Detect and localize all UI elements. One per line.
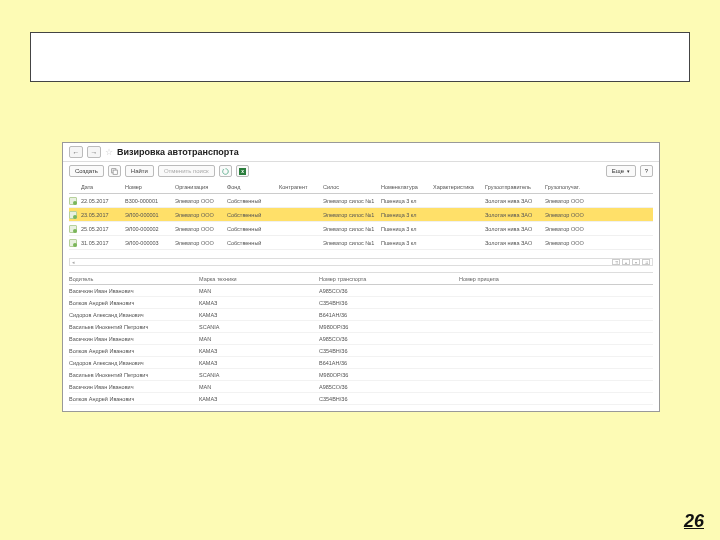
cell-vehicle: КАМАЗ (199, 300, 319, 306)
document-icon (69, 197, 77, 205)
col-trailer[interactable]: Номер прицепа (459, 276, 653, 282)
cell-fund: Собственный (227, 240, 277, 246)
cell-vehicle: MAN (199, 336, 319, 342)
svg-text:x: x (241, 169, 244, 174)
help-button[interactable]: ? (640, 165, 653, 177)
cell-fund: Собственный (227, 198, 277, 204)
copy-icon (111, 168, 118, 175)
nav-back-button[interactable]: ← (69, 146, 83, 158)
cell-plate: А985СО/36 (319, 384, 459, 390)
cell-org: Элеватор ООО (175, 198, 225, 204)
col-vehicle[interactable]: Марка техники (199, 276, 319, 282)
cell-plate: А985СО/36 (319, 288, 459, 294)
titlebar: ← → ☆ Визировка автотранспорта (63, 143, 659, 162)
cell-nom: Пшеница 3 кл (381, 198, 431, 204)
cell-driver: Васечкин Иван Иванович (69, 384, 199, 390)
cell-vehicle: КАМАЗ (199, 312, 319, 318)
cell-plate: М980ОР/36 (319, 372, 459, 378)
list-item[interactable]: Волков Андрей Иванович КАМАЗ С354ВН/36 (69, 393, 653, 405)
table-row[interactable]: 23.05.2017 ЭЛ00-000001 Элеватор ООО Собс… (69, 208, 653, 222)
nav-forward-button[interactable]: → (87, 146, 101, 158)
col-char[interactable]: Характеристика (433, 184, 483, 190)
cell-cons: Элеватор ООО (545, 226, 653, 232)
table-row[interactable]: 31.05.2017 ЭЛ00-000003 Элеватор ООО Собс… (69, 236, 653, 250)
list-item[interactable]: Васечкин Иван Иванович MAN А985СО/36 (69, 333, 653, 345)
cell-vehicle: SCANIA (199, 324, 319, 330)
grid-header: Дата Номер Организация Фонд Контрагент С… (69, 180, 653, 194)
cell-driver: Васильев Инокентий Петрович (69, 324, 199, 330)
find-button[interactable]: Найти (125, 165, 154, 177)
cell-org: Элеватор ООО (175, 226, 225, 232)
cell-vehicle: КАМАЗ (199, 360, 319, 366)
cell-date: 25.05.2017 (81, 226, 123, 232)
cell-number: ЭЛ00-000001 (125, 212, 173, 218)
list-item[interactable]: Васечкин Иван Иванович MAN А985СО/36 (69, 381, 653, 393)
list-item[interactable]: Волков Андрей Иванович КАМАЗ С354ВН/36 (69, 297, 653, 309)
cell-fund: Собственный (227, 226, 277, 232)
table-row[interactable]: 22.05.2017 В300-000001 Элеватор ООО Собс… (69, 194, 653, 208)
list-item[interactable]: Васечкин Иван Иванович MAN А985СО/36 (69, 285, 653, 297)
window-title: Визировка автотранспорта (117, 147, 239, 157)
list-item[interactable]: Сидоров Александ Иванович КАМАЗ В641АН/3… (69, 309, 653, 321)
list-item[interactable]: Васильев Инокентий Петрович SCANIA М980О… (69, 321, 653, 333)
grid-scrollbar[interactable]: ◂ ⇈▴▾⇊ (69, 258, 653, 266)
col-nomen[interactable]: Номенклатура (381, 184, 431, 190)
cell-silo: Элеватор силос №1 (323, 212, 379, 218)
col-driver[interactable]: Водитель (69, 276, 199, 282)
cell-vehicle: MAN (199, 384, 319, 390)
col-counterparty[interactable]: Контрагент (279, 184, 321, 190)
cell-date: 31.05.2017 (81, 240, 123, 246)
cell-date: 22.05.2017 (81, 198, 123, 204)
cell-vehicle: КАМАЗ (199, 348, 319, 354)
document-icon (69, 239, 77, 247)
cell-cons: Элеватор ООО (545, 212, 653, 218)
slide-header-box (30, 32, 690, 82)
cell-silo: Элеватор силос №1 (323, 226, 379, 232)
cell-number: В300-000001 (125, 198, 173, 204)
favorite-star-icon[interactable]: ☆ (105, 147, 113, 157)
copy-button[interactable] (108, 165, 121, 177)
cell-cons: Элеватор ООО (545, 198, 653, 204)
col-date[interactable]: Дата (81, 184, 123, 190)
col-shipper[interactable]: Грузоотправитель (485, 184, 543, 190)
toolbar: Создать Найти Отменить поиск x Еще ? (63, 162, 659, 180)
cell-plate: С354ВН/36 (319, 396, 459, 402)
slide-page-number: 26 (684, 511, 704, 532)
cancel-search-button[interactable]: Отменить поиск (158, 165, 215, 177)
col-fund[interactable]: Фонд (227, 184, 277, 190)
more-actions-button[interactable]: Еще (606, 165, 636, 177)
drivers-grid: Водитель Марка техники Номер транспорта … (69, 272, 653, 405)
excel-export-button[interactable]: x (236, 165, 249, 177)
cell-driver: Волков Андрей Иванович (69, 300, 199, 306)
cell-plate: С354ВН/36 (319, 348, 459, 354)
excel-icon: x (239, 168, 246, 175)
cell-number: ЭЛ00-000002 (125, 226, 173, 232)
cell-ship: Золотая нива ЗАО (485, 240, 543, 246)
list-item[interactable]: Сидоров Александ Иванович КАМАЗ В641АН/3… (69, 357, 653, 369)
cell-fund: Собственный (227, 212, 277, 218)
col-org[interactable]: Организация (175, 184, 225, 190)
list-item[interactable]: Волков Андрей Иванович КАМАЗ С354ВН/36 (69, 345, 653, 357)
col-number[interactable]: Номер (125, 184, 173, 190)
drivers-header: Водитель Марка техники Номер транспорта … (69, 273, 653, 285)
refresh-icon (222, 168, 229, 175)
cell-plate: В641АН/36 (319, 312, 459, 318)
cell-silo: Элеватор силос №1 (323, 198, 379, 204)
cell-driver: Васечкин Иван Иванович (69, 288, 199, 294)
list-item[interactable]: Васильев Инокентий Петрович SCANIA М980О… (69, 369, 653, 381)
cell-ship: Золотая нива ЗАО (485, 226, 543, 232)
col-consignee[interactable]: Грузополучат. (545, 184, 653, 190)
cell-nom: Пшеница 3 кл (381, 240, 431, 246)
svg-rect-1 (113, 170, 117, 174)
refresh-button[interactable] (219, 165, 232, 177)
document-icon (69, 211, 77, 219)
cell-driver: Волков Андрей Иванович (69, 396, 199, 402)
cell-driver: Васечкин Иван Иванович (69, 336, 199, 342)
create-button[interactable]: Создать (69, 165, 104, 177)
col-plate[interactable]: Номер транспорта (319, 276, 459, 282)
table-row[interactable]: 25.05.2017 ЭЛ00-000002 Элеватор ООО Собс… (69, 222, 653, 236)
cell-vehicle: КАМАЗ (199, 396, 319, 402)
record-nav[interactable]: ⇈▴▾⇊ (612, 259, 650, 265)
cell-plate: М980ОР/36 (319, 324, 459, 330)
col-silo[interactable]: Силос (323, 184, 379, 190)
